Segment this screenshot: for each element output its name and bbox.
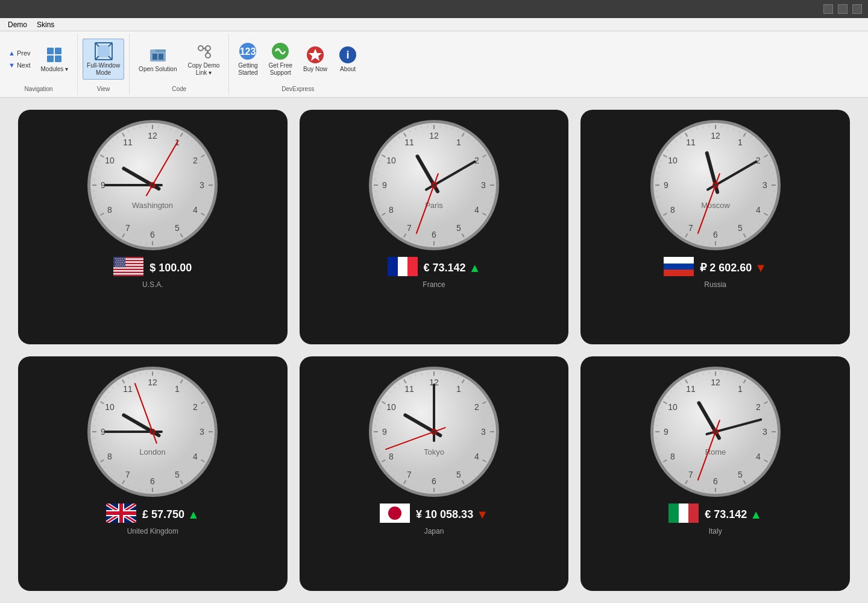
- svg-rect-118: [113, 272, 143, 273]
- svg-text:4: 4: [193, 205, 198, 215]
- about-icon: i: [338, 45, 357, 65]
- svg-text:10: 10: [668, 402, 678, 412]
- svg-point-14: [198, 46, 203, 51]
- svg-text:8: 8: [107, 452, 112, 461]
- country-label: Italy: [709, 527, 722, 535]
- trend-up-icon: ▲: [469, 261, 481, 275]
- clock-face-london: 121234567891011 London: [86, 365, 219, 500]
- svg-point-543: [714, 430, 717, 434]
- currency-value: 10 058.33: [425, 508, 473, 521]
- svg-text:1: 1: [456, 384, 461, 394]
- svg-text:11: 11: [686, 384, 696, 394]
- currency-symbol: ¥: [416, 508, 422, 521]
- full-window-button[interactable]: Full-WindowMode: [83, 39, 124, 80]
- clock-face-rome: 121234567891011 Rome: [649, 365, 782, 500]
- svg-text:1: 1: [456, 137, 461, 147]
- menu-demo[interactable]: Demo: [3, 19, 32, 30]
- svg-text:11: 11: [686, 137, 696, 147]
- buy-now-button[interactable]: Buy Now: [299, 42, 332, 76]
- svg-rect-2: [47, 55, 54, 62]
- svg-text:Moscow: Moscow: [701, 201, 730, 210]
- close-button[interactable]: [852, 4, 862, 14]
- open-solution-label: Open Solution: [139, 66, 177, 73]
- svg-rect-117: [113, 270, 143, 271]
- svg-text:8: 8: [389, 452, 394, 461]
- copy-demo-button[interactable]: Copy DemoLink ▾: [184, 39, 224, 80]
- svg-text:6: 6: [150, 230, 155, 239]
- clock-card-washington: 121234567891011 Washington ★★★★★★: [18, 110, 288, 344]
- menu-skins[interactable]: Skins: [32, 19, 59, 30]
- flag-usa: ★★★★★★ ★★★★★ ★★★★★★ ★★★★★ ★★★★★★: [113, 257, 143, 279]
- svg-text:5: 5: [738, 470, 743, 479]
- clock-card-moscow: 121234567891011 Moscow ₽ 2 602.60 ▼ Russ…: [580, 110, 850, 344]
- svg-text:12: 12: [711, 377, 720, 387]
- currency-display: £ 57.750 ▲: [142, 508, 200, 522]
- currency-value: 2 602.60: [709, 262, 752, 274]
- modules-label: Modules ▾: [41, 66, 69, 73]
- modules-icon: [45, 45, 64, 65]
- prev-button[interactable]: ▲ Prev: [5, 48, 34, 58]
- toolbar: ▲ Prev ▼ Next Modules ▾: [0, 31, 868, 98]
- flag-france: [388, 257, 418, 279]
- svg-text:9: 9: [382, 427, 387, 437]
- svg-text:2: 2: [756, 156, 761, 165]
- next-button[interactable]: ▼ Next: [5, 60, 34, 71]
- svg-text:7: 7: [407, 470, 412, 479]
- currency-display: $ 100.00: [149, 262, 192, 274]
- svg-rect-116: [113, 269, 143, 270]
- getting-started-label: GettingStarted: [238, 62, 257, 77]
- main-content: 121234567891011 Washington ★★★★★★: [0, 98, 868, 603]
- buy-now-label: Buy Now: [303, 66, 327, 73]
- clock-card-tokyo: 121234567891011 Tokyo ¥ 10 058.33 ▼ Japa…: [300, 356, 569, 591]
- svg-text:8: 8: [107, 205, 112, 215]
- next-label: Next: [17, 62, 31, 69]
- svg-text:9: 9: [664, 427, 668, 437]
- currency-value: 73.142: [433, 262, 466, 274]
- buy-now-icon: [306, 45, 325, 65]
- svg-text:6: 6: [713, 230, 718, 239]
- svg-text:Tokyo: Tokyo: [424, 447, 444, 456]
- svg-text:6: 6: [713, 476, 718, 486]
- svg-point-15: [206, 46, 210, 51]
- svg-text:2: 2: [193, 402, 198, 412]
- country-label: U.S.A.: [142, 280, 163, 289]
- svg-point-16: [206, 53, 210, 58]
- view-group-label: View: [97, 86, 110, 95]
- clock-card-london: 121234567891011 London £ 57.750 ▲ United: [18, 356, 288, 591]
- svg-text:3: 3: [481, 180, 486, 190]
- devexpress-buttons: 123 GettingStarted Get FreeSupport: [234, 34, 362, 84]
- clock-card-rome: 121234567891011 Rome € 73.142 ▲ Italy: [580, 356, 850, 591]
- svg-text:4: 4: [756, 452, 761, 461]
- svg-rect-119: [113, 273, 143, 274]
- svg-rect-120: [113, 275, 143, 276]
- svg-text:6: 6: [432, 476, 436, 486]
- restore-button[interactable]: [838, 4, 848, 14]
- modules-button[interactable]: Modules ▾: [37, 42, 73, 76]
- about-button[interactable]: i About: [334, 42, 362, 76]
- svg-text:★★★★★★: ★★★★★★: [115, 265, 125, 267]
- trend-down-icon: ▼: [755, 261, 767, 275]
- svg-text:5: 5: [456, 223, 461, 233]
- svg-rect-12: [153, 54, 157, 60]
- code-buttons: Open Solution Copy DemoLink ▾: [134, 34, 224, 84]
- svg-point-461: [432, 430, 436, 434]
- title-bar-controls: [823, 4, 862, 14]
- currency-symbol: €: [424, 262, 430, 274]
- getting-started-button[interactable]: 123 GettingStarted: [234, 39, 262, 80]
- full-window-icon: [94, 42, 113, 61]
- svg-text:4: 4: [474, 452, 479, 461]
- clock-info: £ 57.750 ▲: [106, 504, 200, 525]
- svg-text:12: 12: [429, 131, 439, 140]
- svg-text:3: 3: [200, 180, 204, 190]
- clock-info: € 73.142 ▲: [388, 257, 481, 279]
- svg-text:7: 7: [688, 470, 693, 479]
- minimize-button[interactable]: [823, 4, 833, 14]
- clock-face-tokyo: 121234567891011 Tokyo: [368, 365, 500, 500]
- open-solution-button[interactable]: Open Solution: [134, 42, 181, 76]
- flag-uk: [106, 504, 136, 525]
- svg-point-463: [388, 507, 401, 520]
- svg-text:5: 5: [456, 470, 461, 479]
- clock-info: ₽ 2 602.60 ▼: [664, 257, 767, 279]
- get-free-support-button[interactable]: Get FreeSupport: [265, 39, 297, 80]
- country-label: United Kingdom: [127, 527, 178, 535]
